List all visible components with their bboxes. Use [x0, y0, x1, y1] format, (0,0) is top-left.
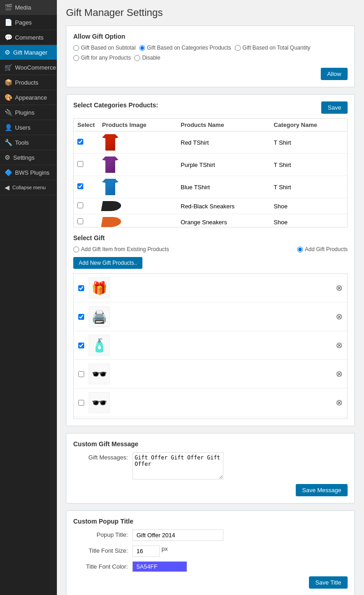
product-checkbox-4[interactable]: [77, 218, 83, 224]
gift-row-left: 🧴: [78, 335, 110, 356]
radio-existing[interactable]: Add Gift Item from Existing Products: [73, 246, 169, 252]
product-checkbox-3[interactable]: [77, 202, 83, 208]
gift-checkbox-4[interactable]: [78, 400, 84, 406]
collapse-icon: ◀: [5, 184, 10, 191]
gift-remove-button-3[interactable]: ⊗: [336, 369, 343, 379]
users-icon: 👤: [5, 124, 12, 131]
font-size-row: Title Font Size: px: [73, 545, 348, 557]
main-content: Gift Manager Settings Allow Gift Option …: [57, 0, 364, 595]
product-checkbox-1[interactable]: [77, 161, 83, 167]
custom-popup-card: Custom Popup Title Popup Title: Title Fo…: [66, 510, 355, 595]
product-checkbox-0[interactable]: [77, 139, 83, 145]
radio-any[interactable]: Gift for any Products: [73, 55, 131, 61]
sidebar-item-settings[interactable]: ⚙ Settings: [0, 150, 57, 165]
pages-icon: 📄: [5, 19, 12, 26]
gift-icon-4: 🕶️: [91, 395, 107, 410]
gift-remove-button-4[interactable]: ⊗: [336, 398, 343, 408]
add-gift-button[interactable]: Add New Gift Products..: [73, 257, 142, 269]
sidebar-item-plugins[interactable]: 🔌 Plugins: [0, 105, 57, 120]
save-title-button[interactable]: Save Title: [309, 576, 348, 589]
sidebar-item-label: Tools: [15, 139, 29, 146]
sidebar-item-appearance[interactable]: 🎨 Appearance: [0, 90, 57, 105]
gift-row-left: 🖨️: [78, 306, 110, 327]
font-color-row: Title Font Color:: [73, 561, 348, 572]
font-size-input[interactable]: [132, 545, 160, 557]
products-icon: 📦: [5, 79, 12, 86]
settings-icon: ⚙: [5, 154, 10, 161]
gift-img-box: 🎁: [89, 277, 110, 298]
px-label: px: [162, 545, 168, 552]
gift-icon-0: 🎁: [91, 281, 107, 296]
product-img-tshirt-red: [102, 134, 118, 151]
product-category: T Shirt: [270, 131, 347, 154]
gift-message-label: Gift Messages:: [73, 452, 132, 461]
radio-subtotal-input[interactable]: [73, 45, 79, 51]
sidebar-item-products[interactable]: 📦 Products: [0, 75, 57, 90]
gift-row-left: 🎁: [78, 277, 110, 298]
radio-disable-input[interactable]: [134, 55, 140, 61]
sidebar-item-tools[interactable]: 🔧 Tools: [0, 135, 57, 150]
radio-subtotal[interactable]: Gift Based on Subtotal: [73, 45, 136, 51]
popup-title-input[interactable]: [132, 529, 223, 541]
categories-header: Select Categories Products: Save: [73, 101, 348, 114]
sidebar-item-label: Users: [15, 124, 30, 131]
product-name: Purple TShirt: [177, 154, 270, 176]
gift-message-textarea[interactable]: [132, 452, 223, 479]
product-category: T Shirt: [270, 176, 347, 198]
gift-remove-button-1[interactable]: ⊗: [336, 312, 343, 322]
allow-button[interactable]: Allow: [321, 68, 348, 80]
gift-list-container[interactable]: 🎁 ⊗ 🖨️ ⊗ 🧴 ⊗ 🕶️ ⊗: [73, 273, 348, 419]
sidebar-item-woocommerce[interactable]: 🛒 WooCommerce: [0, 60, 57, 75]
sidebar-item-collapse[interactable]: ◀ Collapse menu: [0, 180, 57, 195]
sidebar-item-media[interactable]: 🎬 Media: [0, 0, 57, 15]
radio-quantity-input[interactable]: [235, 45, 241, 51]
products-table-container[interactable]: Select Products Image Products Name Cate…: [73, 118, 348, 227]
radio-any-input[interactable]: [73, 55, 79, 61]
radio-categories[interactable]: Gift Based on Categories Products: [139, 45, 231, 51]
radio-new-gift-input[interactable]: [297, 247, 303, 252]
categories-title: Select Categories Products:: [73, 101, 158, 109]
appearance-icon: 🎨: [5, 94, 12, 101]
sidebar-item-label: WooCommerce: [15, 64, 56, 71]
gear-icon: ⚙: [5, 49, 10, 56]
radio-categories-input[interactable]: [139, 45, 145, 51]
sidebar-item-users[interactable]: 👤 Users: [0, 120, 57, 135]
radio-existing-input[interactable]: [73, 247, 79, 252]
select-gift-section: Select Gift Add Gift Item from Existing …: [73, 234, 348, 419]
gift-checkbox-1[interactable]: [78, 314, 84, 320]
allow-gift-radio-group: Gift Based on Subtotal Gift Based on Cat…: [73, 45, 348, 61]
sidebar-item-gift-manager[interactable]: ⚙ Gift Manager: [0, 45, 57, 60]
radio-any-label: Gift for any Products: [81, 55, 131, 61]
popup-title-label: Popup Title:: [73, 529, 132, 538]
radio-new-gift[interactable]: Add Gift Products: [297, 246, 348, 252]
gift-icon-2: 🧴: [91, 338, 107, 353]
radio-disable-label: Disable: [142, 55, 160, 61]
sidebar-item-bws[interactable]: 🔷 BWS Plugins: [0, 165, 57, 180]
comments-icon: 💬: [5, 34, 12, 41]
categories-save-button[interactable]: Save: [321, 101, 348, 114]
gift-checkbox-2[interactable]: [78, 343, 84, 348]
table-row: Orange Sneakers Shoe: [74, 214, 347, 228]
sidebar-item-label: Comments: [15, 34, 44, 41]
gift-checkbox-0[interactable]: [78, 285, 84, 291]
gift-icon-1: 🖨️: [91, 309, 107, 324]
product-checkbox-2[interactable]: [77, 183, 83, 189]
table-row: Red-Black Sneakers Shoe: [74, 198, 347, 214]
gift-remove-button-2[interactable]: ⊗: [336, 340, 343, 350]
col-name: Products Name: [177, 119, 270, 131]
save-message-button[interactable]: Save Message: [296, 484, 348, 496]
gift-remove-button-0[interactable]: ⊗: [336, 283, 343, 293]
bws-icon: 🔷: [5, 169, 12, 176]
sidebar-item-comments[interactable]: 💬 Comments: [0, 30, 57, 45]
font-color-label: Title Font Color:: [73, 561, 132, 570]
sidebar-item-label: Products: [15, 79, 38, 86]
gift-message-row: Gift Messages:: [73, 452, 348, 479]
sidebar-item-pages[interactable]: 📄 Pages: [0, 15, 57, 30]
font-color-input[interactable]: [132, 561, 187, 572]
radio-disable[interactable]: Disable: [134, 55, 160, 61]
tools-icon: 🔧: [5, 139, 12, 146]
gift-checkbox-3[interactable]: [78, 371, 84, 377]
radio-quantity[interactable]: Gift Based on Total Quantity: [235, 45, 310, 51]
product-name: Red-Black Sneakers: [177, 198, 270, 214]
page-title: Gift Manager Settings: [66, 7, 355, 19]
